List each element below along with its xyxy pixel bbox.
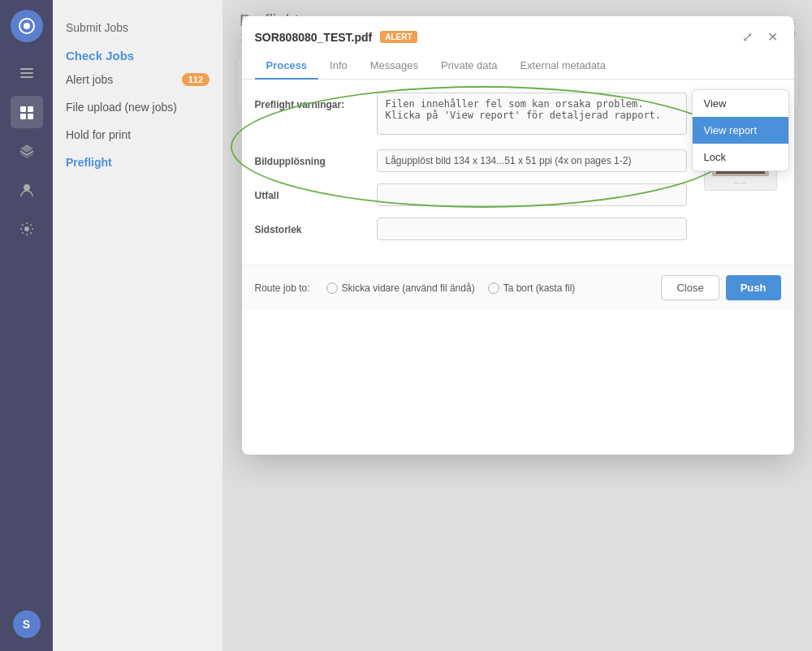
nav-submit-jobs[interactable]: Submit Jobs: [53, 13, 222, 42]
nav-item-alert-jobs[interactable]: Alert jobs 112: [53, 66, 222, 93]
svg-point-1: [24, 23, 30, 29]
label-bilduppl: Bildupplösning: [255, 149, 369, 167]
tab-private-data[interactable]: Private data: [430, 53, 508, 80]
nav-item-hold-for-print[interactable]: Hold for print: [53, 121, 222, 149]
nav-label-file-upload: File upload (new jobs): [66, 101, 177, 114]
icon-sidebar: S: [0, 0, 53, 651]
nav-label-hold-for-print: Hold for print: [66, 128, 131, 141]
modal-filename: SOR808080_TEST.pdf: [255, 31, 373, 44]
context-menu-view[interactable]: View: [693, 90, 788, 117]
svg-point-10: [24, 226, 29, 231]
radio-circle-skicka: [326, 282, 338, 294]
tab-info[interactable]: Info: [318, 53, 359, 80]
svg-rect-4: [20, 76, 33, 78]
input-varningar[interactable]: [377, 93, 687, 135]
nav-item-preflight[interactable]: Preflight: [53, 149, 222, 176]
form-row-sidstorlek: Sidstorlek: [255, 218, 687, 240]
svg-rect-6: [28, 106, 33, 112]
svg-rect-8: [28, 114, 33, 119]
label-sidstorlek: Sidstorlek: [255, 218, 369, 235]
radio-label-skicka: Skicka vidare (använd fil ändå): [342, 282, 475, 294]
user-avatar[interactable]: S: [13, 610, 41, 638]
tab-external-metadata[interactable]: External metadata: [508, 53, 617, 80]
input-utfall[interactable]: [377, 183, 687, 206]
modal-expand-button[interactable]: ⤢: [739, 28, 756, 46]
field-utfall: [377, 183, 687, 206]
nav-sidebar: Submit Jobs Check Jobs Alert jobs 112 Fi…: [53, 0, 223, 651]
modal-header: SOR808080_TEST.pdf ALERT ⤢ ✕: [242, 16, 794, 46]
modal-alert-tag: ALERT: [380, 31, 417, 43]
form-section: Preflight varningar: Bildupplösning: [255, 93, 687, 252]
modal-dialog: SOR808080_TEST.pdf ALERT ⤢ ✕ Process Inf…: [242, 16, 794, 455]
nav-label-alert-jobs: Alert jobs: [66, 73, 113, 86]
modal-overlay: SOR808080_TEST.pdf ALERT ⤢ ✕ Process Inf…: [223, 0, 812, 651]
svg-rect-2: [20, 68, 33, 70]
nav-check-jobs-title: Check Jobs: [53, 42, 222, 66]
svg-rect-3: [20, 72, 33, 74]
app-logo[interactable]: [11, 10, 43, 42]
radio-label-ta-bort: Ta bort (kasta fil): [503, 282, 576, 294]
form-row-bilduppl: Bildupplösning: [255, 149, 687, 172]
field-bilduppl: [377, 149, 687, 172]
layers-icon[interactable]: [11, 135, 43, 167]
tab-messages[interactable]: Messages: [359, 53, 430, 80]
radio-option-skicka[interactable]: Skicka vidare (använd fil ändå): [326, 282, 475, 294]
context-menu-lock[interactable]: Lock: [693, 144, 788, 170]
preview-bottom: — —: [710, 179, 771, 185]
radio-circle-ta-bort: [488, 282, 499, 294]
input-bilduppl[interactable]: [377, 149, 687, 172]
jobs-icon[interactable]: [11, 57, 43, 89]
user-icon[interactable]: [11, 174, 43, 206]
modal-title-area: SOR808080_TEST.pdf ALERT: [255, 31, 417, 44]
search-icon[interactable]: [11, 96, 43, 128]
context-menu-view-report[interactable]: View report: [693, 117, 788, 144]
label-utfall: Utfall: [255, 183, 369, 201]
modal-close-button[interactable]: ✕: [764, 28, 781, 46]
svg-point-9: [24, 184, 30, 191]
close-button[interactable]: Close: [661, 275, 719, 300]
tab-process[interactable]: Process: [255, 53, 319, 80]
push-button[interactable]: Push: [726, 275, 781, 300]
svg-rect-7: [20, 114, 26, 119]
form-row-varningar: Preflight varningar:: [255, 93, 687, 138]
label-varningar: Preflight varningar:: [255, 93, 369, 110]
field-varningar: [377, 93, 687, 138]
modal-actions: ⤢ ✕: [739, 28, 781, 46]
modal-footer: Route job to: Skicka vidare (använd fil …: [242, 265, 794, 310]
radio-group: Skicka vidare (använd fil ändå) Ta bort …: [326, 282, 576, 294]
svg-rect-5: [20, 106, 26, 112]
main-content: Preflight 1 job ⋮ Customize fields Group…: [223, 0, 812, 651]
form-row-utfall: Utfall: [255, 183, 687, 206]
footer-buttons: Close Push: [661, 275, 780, 300]
radio-option-ta-bort[interactable]: Ta bort (kasta fil): [488, 282, 576, 294]
modal-tabs: Process Info Messages Private data Exter…: [242, 53, 794, 80]
field-sidstorlek: [377, 218, 687, 240]
context-menu: View View report Lock: [692, 89, 789, 171]
settings-icon[interactable]: [11, 213, 43, 245]
nav-label-preflight: Preflight: [66, 156, 112, 169]
alert-jobs-badge: 112: [182, 73, 209, 86]
nav-item-file-upload[interactable]: File upload (new jobs): [53, 93, 222, 121]
route-label: Route job to:: [255, 282, 310, 294]
input-sidstorlek[interactable]: [377, 218, 687, 240]
